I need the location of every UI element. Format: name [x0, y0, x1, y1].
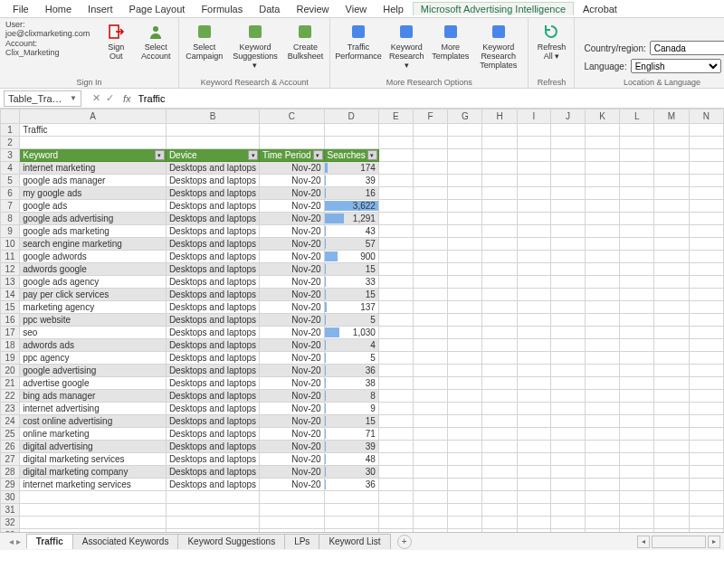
row-header-13[interactable]: 13: [1, 276, 20, 289]
cell-E22[interactable]: [378, 390, 413, 403]
menu-tab-review[interactable]: Review: [289, 3, 336, 15]
cell-K29[interactable]: [586, 479, 620, 491]
cell-B25[interactable]: Desktops and laptops: [166, 428, 259, 441]
ribbon-keyword-button[interactable]: KeywordSuggestions ▾: [229, 20, 281, 71]
cell-D29[interactable]: 36: [324, 479, 378, 491]
col-header-L[interactable]: L: [620, 109, 654, 124]
cell-A26[interactable]: digital advertising: [20, 441, 167, 453]
cell-N4[interactable]: [689, 162, 723, 175]
cell-M6[interactable]: [654, 187, 689, 200]
cell-H23[interactable]: [482, 403, 517, 415]
cell-L5[interactable]: [620, 175, 654, 187]
cell-J13[interactable]: [551, 276, 586, 289]
cell-I28[interactable]: [517, 466, 550, 479]
filter-icon[interactable]: ▾: [155, 150, 165, 160]
formula-input[interactable]: [135, 93, 724, 104]
cell-G11[interactable]: [448, 251, 482, 263]
cell-B23[interactable]: Desktops and laptops: [166, 403, 259, 415]
filter-icon[interactable]: ▾: [248, 150, 258, 160]
cell-K12[interactable]: [586, 263, 620, 276]
cell-J28[interactable]: [551, 466, 586, 479]
cell-M7[interactable]: [654, 200, 689, 213]
cell-F25[interactable]: [414, 428, 448, 441]
cell-M27[interactable]: [654, 453, 689, 466]
cell-L11[interactable]: [620, 251, 654, 263]
cell-I7[interactable]: [517, 200, 550, 213]
cell-D27[interactable]: 48: [324, 453, 378, 466]
cell-L2[interactable]: [620, 137, 654, 149]
cell-B6[interactable]: Desktops and laptops: [166, 187, 259, 200]
cell-D31[interactable]: [324, 504, 378, 517]
row-header-18[interactable]: 18: [1, 339, 20, 352]
cell-E7[interactable]: [378, 200, 413, 213]
menu-tab-acrobat[interactable]: Acrobat: [576, 3, 624, 15]
cell-D4[interactable]: 174: [324, 162, 378, 175]
cell-H5[interactable]: [482, 175, 517, 187]
filter-icon[interactable]: ▾: [313, 150, 323, 160]
cell-M9[interactable]: [654, 225, 689, 238]
cell-I24[interactable]: [517, 415, 550, 428]
cell-L20[interactable]: [620, 365, 654, 377]
cell-F19[interactable]: [414, 352, 448, 365]
cell-B21[interactable]: Desktops and laptops: [166, 377, 259, 390]
cell-I27[interactable]: [517, 453, 550, 466]
row-header-5[interactable]: 5: [1, 175, 20, 187]
cell-C27[interactable]: Nov-20: [260, 453, 325, 466]
cell-F8[interactable]: [414, 213, 448, 225]
cell-K8[interactable]: [586, 213, 620, 225]
cell-C29[interactable]: Nov-20: [260, 479, 325, 491]
cell-E15[interactable]: [378, 301, 413, 314]
cell-G5[interactable]: [448, 175, 482, 187]
cell-I29[interactable]: [517, 479, 550, 491]
cell-F20[interactable]: [414, 365, 448, 377]
cell-E6[interactable]: [378, 187, 413, 200]
menu-tab-file[interactable]: File: [5, 3, 36, 15]
cell-G3[interactable]: [448, 149, 482, 162]
cell-I9[interactable]: [517, 225, 550, 238]
cell-J29[interactable]: [551, 479, 586, 491]
cell-C16[interactable]: Nov-20: [260, 314, 325, 327]
cell-K3[interactable]: [586, 149, 620, 162]
cell-C32[interactable]: [260, 517, 325, 529]
cell-J9[interactable]: [551, 225, 586, 238]
cell-M18[interactable]: [654, 339, 689, 352]
cell-N11[interactable]: [689, 251, 723, 263]
cell-M28[interactable]: [654, 466, 689, 479]
cell-E21[interactable]: [378, 377, 413, 390]
cell-H26[interactable]: [482, 441, 517, 453]
cell-C25[interactable]: Nov-20: [260, 428, 325, 441]
row-header-32[interactable]: 32: [1, 517, 20, 529]
cell-D15[interactable]: 137: [324, 301, 378, 314]
col-header-H[interactable]: H: [482, 109, 517, 124]
cell-D1[interactable]: [324, 124, 378, 137]
cell-G21[interactable]: [448, 377, 482, 390]
cell-B31[interactable]: [166, 504, 259, 517]
cell-L27[interactable]: [620, 453, 654, 466]
cell-A6[interactable]: my google ads: [20, 187, 167, 200]
cell-I19[interactable]: [517, 352, 550, 365]
cell-A31[interactable]: [20, 504, 167, 517]
cell-E30[interactable]: [378, 491, 413, 504]
cell-M1[interactable]: [654, 124, 689, 137]
cell-L9[interactable]: [620, 225, 654, 238]
row-header-22[interactable]: 22: [1, 390, 20, 403]
cell-E11[interactable]: [378, 251, 413, 263]
cell-I15[interactable]: [517, 301, 550, 314]
cell-F4[interactable]: [414, 162, 448, 175]
cell-A22[interactable]: bing ads manager: [20, 390, 167, 403]
cell-G25[interactable]: [448, 428, 482, 441]
cell-N27[interactable]: [689, 453, 723, 466]
cell-E31[interactable]: [378, 504, 413, 517]
cell-F29[interactable]: [414, 479, 448, 491]
row-header-23[interactable]: 23: [1, 403, 20, 415]
cell-K22[interactable]: [586, 390, 620, 403]
cell-N26[interactable]: [689, 441, 723, 453]
cell-I22[interactable]: [517, 390, 550, 403]
cell-N14[interactable]: [689, 289, 723, 301]
sheet-tab-traffic[interactable]: Traffic: [26, 534, 73, 549]
cell-N13[interactable]: [689, 276, 723, 289]
row-header-12[interactable]: 12: [1, 263, 20, 276]
cell-H15[interactable]: [482, 301, 517, 314]
cell-H4[interactable]: [482, 162, 517, 175]
cell-A29[interactable]: internet marketing services: [20, 479, 167, 491]
